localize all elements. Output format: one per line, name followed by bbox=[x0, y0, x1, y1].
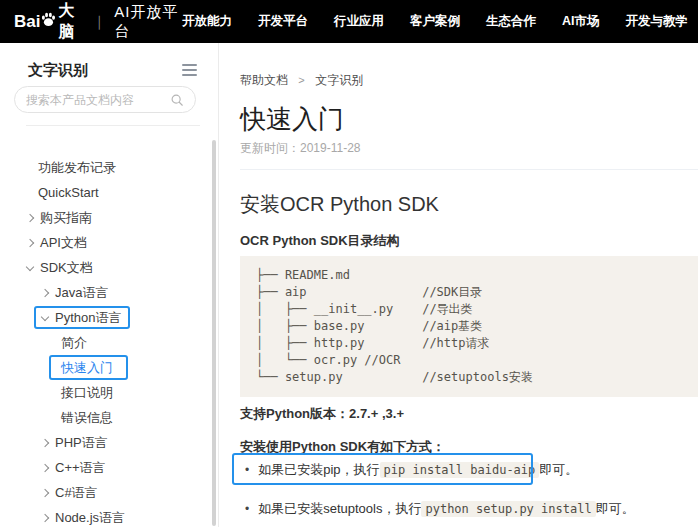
sidebar-divider bbox=[26, 125, 200, 126]
logo-text-bai: Bai bbox=[14, 12, 40, 32]
sidebar-item-intro[interactable]: 简介 bbox=[0, 330, 218, 355]
updated-time: 更新时间：2019-11-28 bbox=[240, 140, 698, 156]
menu-item-label: Node.js语言 bbox=[55, 510, 125, 525]
chevron-icon bbox=[41, 288, 49, 296]
menu-item-label: 简介 bbox=[61, 335, 87, 350]
menu-item-label: C#语言 bbox=[55, 485, 98, 500]
inline-code-setup-install: python setup.py install bbox=[421, 501, 595, 517]
baidu-paw-icon bbox=[40, 9, 57, 29]
nav-item-label: AI市场 bbox=[562, 14, 600, 28]
install-method-setuptools: 如果已安装setuptools，执行python setup.py instal… bbox=[240, 500, 698, 518]
nav-item-ecosystem-cooperation[interactable]: 生态合作 bbox=[486, 13, 536, 30]
chevron-icon bbox=[41, 312, 49, 320]
chevron-icon bbox=[41, 488, 49, 496]
nav-item-open-capabilities[interactable]: 开放能力 bbox=[182, 13, 232, 30]
chevron-icon bbox=[41, 513, 49, 521]
logo-text-platform: AI开放平台 bbox=[114, 3, 182, 41]
hamburger-menu-icon[interactable] bbox=[182, 64, 197, 76]
menu-item-label: SDK文档 bbox=[40, 260, 93, 275]
bullet-text: 如果已安装setuptools，执行 bbox=[258, 501, 421, 516]
nav-item-ai-market[interactable]: AI市场 bbox=[562, 13, 600, 30]
main-content: 帮助文档 > 文字识别 快速入门 更新时间：2019-11-28 安装OCR P… bbox=[219, 43, 698, 527]
sidebar-item-nodejs[interactable]: Node.js语言 bbox=[0, 505, 218, 527]
sidebar-item-python[interactable]: Python语言 bbox=[0, 305, 218, 330]
search-icon bbox=[170, 93, 184, 107]
supported-python-versions: 支持Python版本：2.7.+ ,3.+ bbox=[240, 405, 698, 422]
top-nav: Bai 大脑 ｜ AI开放平台 开放能力 开发平台 行业应用 客户案例 生态合作… bbox=[0, 0, 698, 43]
menu-item-label: 错误信息 bbox=[61, 410, 113, 425]
search-input[interactable] bbox=[26, 93, 170, 107]
sidebar-item-interface-description[interactable]: 接口说明 bbox=[0, 380, 218, 405]
nav-item-label: 客户案例 bbox=[410, 14, 460, 28]
section-title: 安装OCR Python SDK bbox=[240, 191, 698, 217]
breadcrumb-ocr[interactable]: 文字识别 bbox=[315, 73, 363, 87]
sidebar-title: 文字识别 bbox=[28, 61, 88, 80]
chevron-icon bbox=[26, 238, 34, 246]
breadcrumb-help-docs[interactable]: 帮助文档 bbox=[240, 73, 288, 87]
menu-item-label: C++语言 bbox=[55, 460, 106, 475]
sidebar-menu: 功能发布记录 QuickStart 购买指南 API文档 SDK文档 Java语… bbox=[0, 155, 218, 527]
install-methods-list: 如果已安装pip，执行pip install baidu-aip即可。 如果已安… bbox=[240, 461, 698, 518]
chevron-icon bbox=[41, 438, 49, 446]
menu-item-label: 接口说明 bbox=[61, 385, 113, 400]
content-divider bbox=[240, 169, 698, 170]
menu-item-label: QuickStart bbox=[38, 185, 99, 200]
doc-search-box[interactable] bbox=[14, 86, 196, 113]
menu-item-label: 快速入门 bbox=[61, 360, 113, 375]
sidebar-item-purchase-guide[interactable]: 购买指南 bbox=[0, 205, 218, 230]
logo-text-brain: 大脑 bbox=[58, 1, 85, 43]
sidebar-item-api-docs[interactable]: API文档 bbox=[0, 230, 218, 255]
page-title: 快速入门 bbox=[240, 102, 698, 136]
sidebar-item-quickstart[interactable]: QuickStart bbox=[0, 180, 218, 205]
breadcrumb: 帮助文档 > 文字识别 bbox=[240, 72, 698, 89]
sidebar-item-error-info[interactable]: 错误信息 bbox=[0, 405, 218, 430]
install-methods-title: 安装使用Python SDK有如下方式： bbox=[240, 438, 698, 455]
install-method-pip: 如果已安装pip，执行pip install baidu-aip即可。 bbox=[240, 461, 698, 479]
menu-item-label: Python语言 bbox=[55, 310, 121, 325]
nav-item-customer-cases[interactable]: 客户案例 bbox=[410, 13, 460, 30]
breadcrumb-separator: > bbox=[298, 74, 304, 86]
sidebar-item-cpp[interactable]: C++语言 bbox=[0, 455, 218, 480]
nav-item-dev-platform[interactable]: 开发平台 bbox=[258, 13, 308, 30]
nav-item-label: 开放能力 bbox=[182, 14, 232, 28]
code-block-label: OCR Python SDK目录结构 bbox=[240, 232, 698, 249]
menu-item-label: 功能发布记录 bbox=[38, 160, 116, 175]
inline-code-pip-install: pip install baidu-aip bbox=[380, 462, 540, 478]
bullet-text: 如果已安装pip，执行 bbox=[258, 462, 379, 477]
directory-structure-code-block: ├── README.md ├── aip //SDK目录 │ ├── __in… bbox=[240, 256, 698, 397]
sidebar: 文字识别 功能发布记录 QuickStart 购买指南 API文档 SDK文档 … bbox=[0, 43, 219, 527]
menu-item-label: API文档 bbox=[40, 235, 87, 250]
menu-item-label: Java语言 bbox=[55, 285, 108, 300]
nav-item-label: 开发平台 bbox=[258, 14, 308, 28]
bullet-text: 即可。 bbox=[596, 501, 635, 516]
sidebar-item-quick-start[interactable]: 快速入门 bbox=[0, 355, 218, 380]
sidebar-item-csharp[interactable]: C#语言 bbox=[0, 480, 218, 505]
chevron-icon bbox=[26, 262, 34, 270]
nav-item-dev-and-teaching[interactable]: 开发与教学 bbox=[626, 13, 689, 30]
sidebar-scrollbar[interactable] bbox=[212, 140, 216, 526]
bullet-text: 即可。 bbox=[539, 462, 578, 477]
nav-item-label: 开发与教学 bbox=[626, 14, 689, 28]
nav-item-label: 生态合作 bbox=[486, 14, 536, 28]
nav-item-industry-applications[interactable]: 行业应用 bbox=[334, 13, 384, 30]
sidebar-item-release-notes[interactable]: 功能发布记录 bbox=[0, 155, 218, 180]
sidebar-item-java[interactable]: Java语言 bbox=[0, 280, 218, 305]
menu-item-label: 购买指南 bbox=[40, 210, 92, 225]
nav-item-label: 行业应用 bbox=[334, 14, 384, 28]
sidebar-item-php[interactable]: PHP语言 bbox=[0, 430, 218, 455]
chevron-icon bbox=[26, 213, 34, 221]
menu-item-label: PHP语言 bbox=[55, 435, 108, 450]
sidebar-item-sdk-docs[interactable]: SDK文档 bbox=[0, 255, 218, 280]
baidu-brain-logo[interactable]: Bai 大脑 ｜ AI开放平台 bbox=[14, 1, 182, 43]
chevron-icon bbox=[41, 463, 49, 471]
logo-divider: ｜ bbox=[92, 13, 106, 31]
top-nav-menu: 开放能力 开发平台 行业应用 客户案例 生态合作 AI市场 开发与教学 bbox=[182, 13, 688, 30]
